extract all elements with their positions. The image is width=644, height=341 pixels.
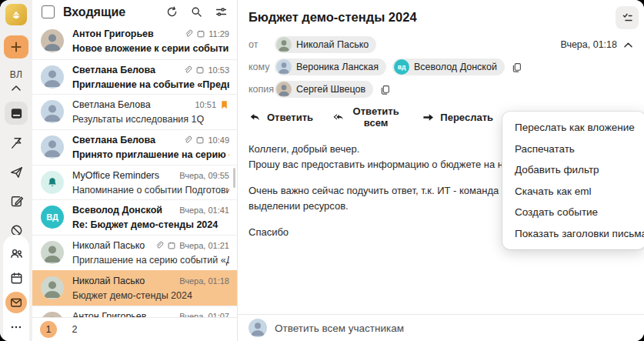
menu-item-add-filter[interactable]: Добавить фильтр: [502, 159, 644, 181]
copy-icon: [379, 84, 391, 95]
user-initials[interactable]: ВЛ: [10, 69, 23, 80]
cc-row: копия Сергей Швецов: [249, 81, 633, 98]
filter-button[interactable]: [215, 5, 228, 18]
plus-icon: [10, 41, 22, 53]
reply-all-icon: [333, 112, 345, 123]
cc-chip[interactable]: Сергей Швецов: [275, 81, 373, 98]
sender-chip[interactable]: Николай Пасько: [275, 36, 376, 53]
bell-icon: [46, 176, 58, 189]
avatar: [276, 82, 292, 97]
search-icon: [190, 5, 203, 18]
menu-item-download-eml[interactable]: Скачать как eml: [502, 181, 644, 202]
reply-icon: [249, 112, 262, 123]
list-scrollbar-thumb[interactable]: [233, 168, 235, 188]
sidebar-item-drafts[interactable]: [5, 189, 28, 212]
collapse-account-chevron-icon[interactable]: [5, 82, 28, 95]
calendar-icon: [195, 135, 205, 145]
menu-item-create-event[interactable]: Создать событие: [502, 202, 644, 223]
to-row: кому Вероника Ланская вд Всеволод Донско…: [249, 59, 633, 75]
refresh-button[interactable]: [165, 5, 179, 18]
initials-avatar: ВД: [41, 206, 64, 229]
cc-label: копия: [249, 84, 275, 95]
sidebar-item-flagged[interactable]: [5, 131, 28, 154]
calendar-icon: [196, 29, 205, 38]
attachment-icon: [183, 135, 192, 145]
reminders-avatar: [41, 171, 64, 194]
email-row[interactable]: Антон Григорьев 11:29 Новое вложение к с…: [32, 24, 237, 59]
sidebar-item-sent[interactable]: [5, 160, 28, 183]
to-label: кому: [249, 62, 275, 72]
email-row[interactable]: Светлана Белова 10:53 Приглашение на соб…: [32, 59, 237, 95]
tune-icon: [215, 5, 228, 18]
envelope-icon: [9, 296, 23, 309]
message-context-menu: Переслать как вложение Распечатать Добав…: [502, 112, 644, 249]
message-meta: от Николай Пасько Вчера, 01:18 кому Веро…: [249, 36, 633, 98]
rail-bottom-group: [3, 235, 29, 341]
reply-button[interactable]: Ответить: [249, 112, 313, 123]
inbox-icon: [9, 106, 24, 121]
message-panel: Бюджет демо-стенды 2024 от Николай Паськ…: [238, 0, 644, 341]
nav-contacts[interactable]: [5, 242, 27, 264]
app-logo-icon[interactable]: [5, 4, 27, 25]
page-2-button[interactable]: 2: [66, 321, 83, 338]
select-all-checkbox[interactable]: [42, 5, 55, 18]
checklist-button[interactable]: [616, 6, 639, 29]
email-row[interactable]: MyOffice Reminders Вчера, 09:55 Напомина…: [32, 165, 237, 200]
email-row-selected[interactable]: Николай Пасько Вчера, 01:18 Бюджет демо-…: [32, 270, 237, 306]
avatar: [276, 59, 292, 75]
collapse-message-chevron-icon[interactable]: [623, 42, 633, 48]
email-rows: Антон Григорьев 11:29 Новое вложение к с…: [32, 24, 237, 341]
forward-arrow-icon: [422, 112, 435, 122]
copy-recipients-button[interactable]: [511, 62, 522, 73]
compose-icon: [9, 194, 24, 209]
contacts-icon: [9, 246, 24, 261]
folder-title: Входящие: [63, 5, 154, 19]
list-header: Входящие: [32, 0, 237, 24]
calendar-icon: [167, 241, 176, 250]
forward-button[interactable]: Переслать: [422, 112, 493, 123]
email-list-panel: Входящие Антон Григорьев 11:29: [32, 0, 238, 341]
recipient-chip[interactable]: Вероника Ланская: [275, 59, 386, 75]
dots-horizontal-icon: [9, 320, 23, 334]
menu-item-show-headers[interactable]: Показать заголовки письма: [502, 223, 644, 245]
mail-app-window: ВЛ: [0, 0, 644, 341]
email-row[interactable]: Светлана Белова 10:49 Принято приглашени…: [32, 129, 237, 165]
sidebar-item-inbox[interactable]: [5, 102, 28, 125]
from-label: от: [249, 39, 275, 50]
search-button[interactable]: [190, 5, 203, 18]
copy-icon: [511, 62, 522, 73]
avatar: [41, 276, 64, 299]
avatar: [41, 241, 64, 264]
avatar: [41, 135, 64, 159]
calendar-icon: [195, 65, 205, 75]
paper-plane-icon: [9, 165, 24, 179]
email-row[interactable]: Светлана Белова 10:51 Результаты исследо…: [32, 94, 237, 129]
attachment-icon: [183, 65, 192, 75]
bookmark-flag-icon[interactable]: [219, 99, 229, 110]
menu-item-print[interactable]: Распечатать: [502, 139, 644, 160]
avatar: [41, 29, 64, 52]
checklist-icon: [621, 12, 634, 25]
email-row[interactable]: Николай Пасько Вчера, 01:21 Приглашение …: [32, 235, 237, 270]
avatar: [276, 37, 292, 52]
reply-all-button[interactable]: Ответить всем: [333, 105, 402, 129]
nav-more[interactable]: [5, 316, 27, 338]
copy-cc-button[interactable]: [379, 84, 391, 95]
recipient-chip[interactable]: вд Всеволод Донской: [392, 59, 505, 75]
attachment-icon: [184, 29, 193, 38]
compose-new-button[interactable]: [4, 35, 28, 59]
nav-calendar[interactable]: [5, 267, 27, 289]
message-subject: Бюджет демо-стенды 2024: [238, 0, 644, 25]
email-row[interactable]: ВД Всеволод Донской Вчера, 01:41 Re: Бюд…: [32, 199, 237, 235]
menu-item-forward-as-attachment[interactable]: Переслать как вложение: [502, 117, 644, 139]
avatar: [41, 65, 64, 89]
flag-icon: [9, 135, 24, 150]
app-rail: ВЛ: [0, 0, 32, 341]
quick-reply-bar[interactable]: Ответить всем участникам: [238, 314, 644, 341]
nav-mail[interactable]: [5, 292, 27, 313]
avatar: [41, 100, 64, 123]
page-1-button[interactable]: 1: [40, 321, 57, 338]
calendar-icon: [9, 271, 24, 286]
quick-reply-placeholder: Ответить всем участникам: [275, 323, 404, 334]
current-user-avatar: [249, 319, 267, 337]
